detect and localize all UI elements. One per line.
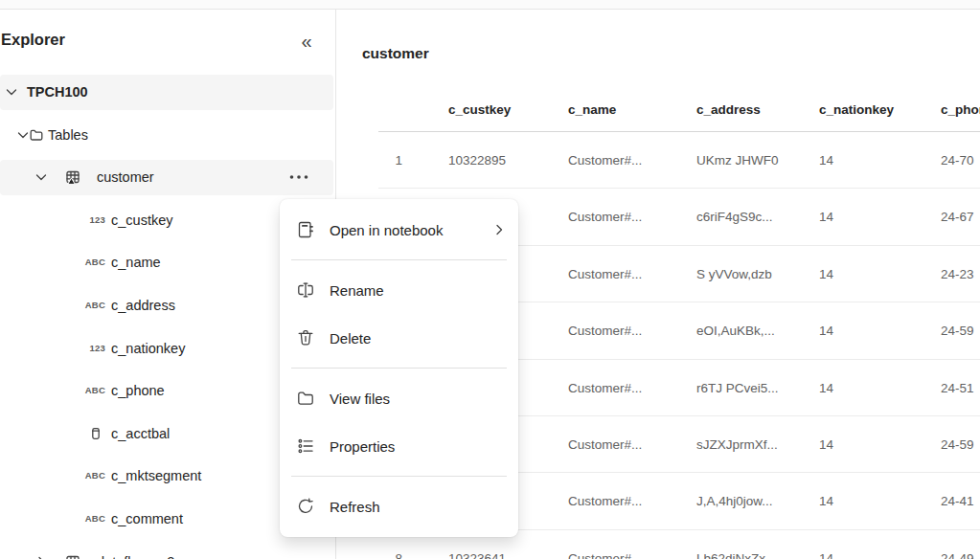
tree-item-customer[interactable]: customer [0,156,335,199]
tree-item-label: TPCH100 [27,71,88,114]
cell-c-phone: 24-67 [941,189,980,245]
tree-item-label: c_name [111,241,161,284]
more-options-button[interactable] [287,166,310,189]
cell-c-name: Customer#... [568,416,689,473]
cell-c-nationkey: 14 [819,360,934,416]
menu-item-delete[interactable]: Delete [280,314,518,362]
double-chevron-left-icon: « [301,31,311,52]
menu-item-label: Rename [330,282,384,299]
cell-c-nationkey: 14 [819,473,934,529]
tree-item-label: c_acctbal [111,413,170,456]
delta-table-icon [65,554,80,559]
delta-table-icon [65,169,80,185]
cell-c-nationkey: 14 [819,416,934,473]
notebook-icon [296,220,315,239]
menu-item-label: Delete [330,330,371,347]
cell-c-address: sJZXJprmXf... [696,416,813,473]
column-header-c-phone: c_phone [941,100,980,121]
cell-c-name: Customer#... [568,302,689,359]
chevron-down-icon[interactable] [4,84,19,100]
number-type-icon: 123 [80,327,105,370]
rename-icon [296,280,315,300]
menu-item-label: Refresh [330,499,380,515]
chevron-right-icon[interactable] [34,554,49,559]
cell-c-phone: 24-59 [941,416,980,473]
explorer-title: Explorer [1,31,65,49]
menu-item-label: Open in notebook [330,222,443,238]
menu-item-open-in-notebook[interactable]: Open in notebook [280,206,518,254]
menu-divider [291,476,507,477]
cell-c-name: Customer#... [568,360,689,416]
chevron-down-icon[interactable] [34,169,49,185]
tree-item-label: c_comment [111,498,183,541]
tree-item-label: c_custkey [111,199,172,242]
tree-item-dataflows-2[interactable]: dataflows...2 [0,541,335,559]
trash-icon [296,328,315,347]
table-title: customer [362,45,429,62]
text-type-icon: ABC [80,284,105,327]
cell-c-phone: 24-49 [941,530,980,559]
decimal-type-icon [88,426,103,441]
folder-icon [29,127,44,143]
cell-c-address: UKmz JHWF0 [696,132,813,189]
menu-item-label: View files [330,391,390,407]
cell-c-name: Customer#... [568,132,689,189]
cell-c-name: Customer#... [568,473,689,529]
cell-c-address: r6TJ PCvei5... [696,360,813,416]
column-header-c-nationkey: c_nationkey [819,100,934,121]
cell-c-nationkey: 14 [819,189,934,245]
text-type-icon: ABC [80,455,105,498]
tree-item-label: Tables [48,114,88,157]
top-divider [0,0,980,10]
cell-c-address: Lb62diNxZx [696,530,813,559]
menu-divider [291,368,507,369]
cell-c-custkey: 10322895 [448,132,561,189]
lakehouse-explorer-page: Explorer « TPCH100Tablescustomer123c_cus… [0,0,980,559]
cell-c-address: S yVVow,dzb [696,246,813,302]
cell-c-name: Customer#... [568,530,689,559]
refresh-icon [296,497,315,516]
cell-c-address: eOI,AuKBk,... [696,302,813,359]
number-type-icon: 123 [80,199,105,242]
column-header-c-custkey: c_custkey [448,100,561,121]
column-header-c-address: c_address [696,100,813,121]
cell-c-phone: 24-41 [941,473,980,529]
chevron-right-icon [491,222,507,237]
menu-item-rename[interactable]: Rename [280,266,518,314]
column-header-c-name: c_name [568,100,689,121]
cell-c-phone: 24-59 [941,302,980,359]
folder-icon [296,389,315,408]
cell-c-address: c6riF4gS9c... [696,189,813,245]
tree-item-highlight [0,160,333,195]
tree-item-label: c_address [111,284,175,327]
tree-item-label: c_phone [111,369,165,413]
menu-divider [291,259,507,260]
menu-item-view-files[interactable]: View files [280,374,518,422]
row-number: 1 [354,132,402,189]
tree-item-label: c_mktsegment [111,455,201,498]
cell-c-name: Customer#... [568,189,689,245]
tree-item-label: c_nationkey [111,327,185,370]
context-menu: Open in notebookRenameDeleteView filesPr… [280,199,518,537]
tree-item-tpch100[interactable]: TPCH100 [0,71,335,114]
tree-item-tables[interactable]: Tables [0,114,335,157]
cell-c-nationkey: 14 [819,246,934,302]
cell-c-nationkey: 14 [819,530,934,559]
text-type-icon: ABC [80,369,105,413]
cell-c-nationkey: 14 [819,132,934,189]
data-grid-header: c_custkeyc_namec_addressc_nationkeyc_pho… [336,100,980,121]
text-type-icon: ABC [80,498,105,541]
cell-c-phone: 24-70 [941,132,980,189]
cell-c-name: Customer#... [568,246,689,302]
text-type-icon: ABC [80,241,105,284]
cell-c-phone: 24-23 [941,246,980,302]
collapse-sidebar-button[interactable]: « [290,27,323,56]
properties-icon [296,436,315,456]
tree-item-label: customer [97,156,154,199]
cell-c-nationkey: 14 [819,302,934,359]
more-horizontal-icon [287,166,310,189]
tree-item-label: dataflows...2 [97,541,174,559]
cell-c-address: J,A,4hj0jow... [696,473,813,529]
menu-item-refresh[interactable]: Refresh [280,482,518,530]
menu-item-properties[interactable]: Properties [280,422,518,470]
